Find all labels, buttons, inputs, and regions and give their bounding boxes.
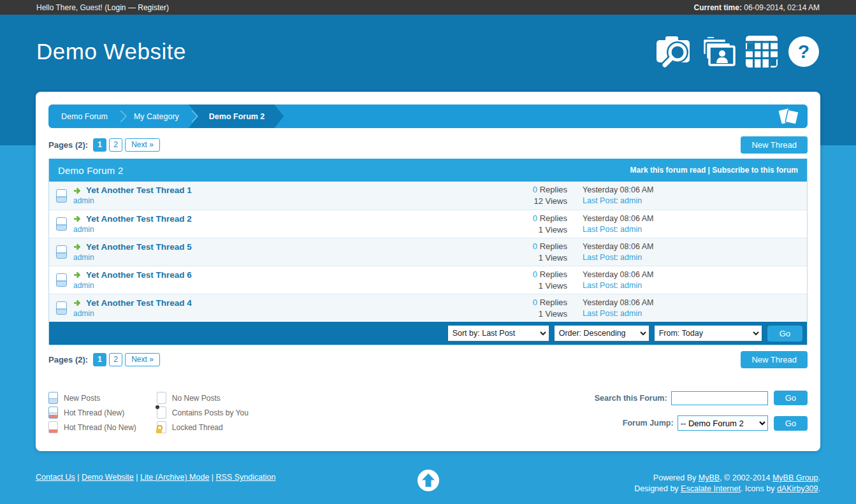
breadcrumb-current-forum[interactable]: Demo Forum 2 (189, 104, 284, 128)
lastpost-author-link[interactable]: admin (620, 309, 642, 318)
replies-label: Replies (537, 213, 567, 223)
thread-lastpost-cell: Yesterday 08:06 AM Last Post: admin (567, 213, 802, 235)
jump-go-button[interactable]: Go (774, 416, 808, 431)
lastpost-link[interactable]: Last Post (583, 225, 616, 234)
thread-author-link[interactable]: admin (73, 309, 94, 318)
replies-count[interactable]: 0 (533, 298, 537, 307)
thread-author-link[interactable]: admin (73, 253, 94, 262)
lastpost-author-link[interactable]: admin (620, 281, 642, 290)
hot-thread-new-icon (48, 407, 58, 419)
lite-mode-link[interactable]: Lite (Archive) Mode (140, 473, 209, 482)
rss-syndication-link[interactable]: RSS Syndication (216, 473, 276, 482)
page-2-button[interactable]: 2 (109, 138, 122, 152)
demo-website-link[interactable]: Demo Website (82, 473, 134, 482)
goto-first-unread-icon[interactable] (73, 271, 82, 278)
site-logo-link[interactable]: Demo Website (36, 39, 186, 64)
legend-item: Hot Thread (New) (48, 405, 136, 420)
footer-divider: | (134, 473, 140, 482)
lastpost-link[interactable]: Last Post (583, 196, 616, 205)
new-posts-icon (56, 301, 67, 315)
register-link[interactable]: Register (138, 3, 166, 12)
thread-title-link[interactable]: Yet Another Test Thread 2 (86, 214, 192, 224)
views-label: Views (543, 196, 567, 206)
contact-us-link[interactable]: Contact Us (36, 473, 75, 482)
thread-row: Yet Another Test Thread 6 admin 0 Replie… (49, 266, 807, 294)
calendar-icon[interactable] (746, 36, 778, 68)
sort-go-button[interactable]: Go (767, 326, 802, 342)
search-icon[interactable] (655, 36, 691, 68)
lastpost-author-link[interactable]: admin (620, 196, 642, 205)
mybb-link[interactable]: MyBB (699, 473, 720, 482)
next-page-button[interactable]: Next » (125, 353, 160, 366)
new-thread-button[interactable]: New Thread (741, 351, 808, 368)
lastpost-date: Yesterday 08:06 AM (583, 185, 802, 196)
memberlist-icon[interactable] (701, 36, 736, 68)
thread-title-link[interactable]: Yet Another Test Thread 6 (86, 270, 192, 280)
lastpost-link[interactable]: Last Post (583, 309, 616, 318)
replies-count[interactable]: 0 (533, 213, 537, 223)
goto-first-unread-icon[interactable] (73, 243, 82, 250)
goto-first-unread-icon[interactable] (73, 299, 82, 306)
subscribe-forum-link[interactable]: Subscribe to this forum (712, 166, 798, 175)
new-thread-button[interactable]: New Thread (741, 136, 808, 154)
order-select[interactable]: Order: Descending (555, 326, 649, 341)
page-1-button[interactable]: 1 (93, 353, 106, 366)
replies-count[interactable]: 0 (533, 241, 537, 251)
search-forum-label: Search this Forum: (595, 394, 667, 403)
thread-title-link[interactable]: Yet Another Test Thread 1 (86, 185, 192, 196)
locked-thread-icon (157, 421, 166, 433)
thread-lastpost-cell: Yesterday 08:06 AM Last Post: admin (567, 185, 802, 206)
greeting-suffix: ) (166, 3, 169, 12)
views-label: Views (543, 309, 567, 319)
thread-author-link[interactable]: admin (73, 196, 94, 205)
page-1-button[interactable]: 1 (93, 138, 106, 152)
search-go-button[interactable]: Go (774, 391, 808, 405)
legend-label: Hot Thread (New) (64, 408, 124, 417)
new-posts-icon (48, 392, 58, 404)
current-time-label: Current time: (694, 3, 742, 12)
welcome-text: Hello There, Guest! (Login — Register) (36, 3, 169, 12)
forum-header-links: Mark this forum read | Subscribe to this… (630, 166, 798, 175)
thread-author-link[interactable]: admin (73, 281, 94, 290)
thread-stats-cell: 0 Replies 1 Views (491, 297, 567, 320)
login-link[interactable]: Login (107, 3, 126, 12)
escalate-internet-link[interactable]: Escalate Internet (681, 484, 741, 493)
legend-label: New Posts (64, 394, 100, 403)
replies-label: Replies (537, 185, 567, 194)
replies-label: Replies (537, 241, 567, 251)
thread-subject-cell: Yet Another Test Thread 4 admin (73, 298, 491, 319)
goto-first-unread-icon[interactable] (73, 187, 82, 194)
views-label: Views (543, 281, 567, 291)
footer-divider: | (75, 473, 82, 482)
breadcrumb-my-category[interactable]: My Category (134, 112, 179, 121)
dakirby309-link[interactable]: dAKirby309 (777, 484, 818, 493)
thread-title-link[interactable]: Yet Another Test Thread 4 (86, 298, 192, 308)
thread-lastpost-cell: Yesterday 08:06 AM Last Post: admin (567, 270, 802, 291)
goto-first-unread-icon[interactable] (73, 215, 82, 222)
search-forum-input[interactable] (671, 391, 768, 405)
footer-divider: | (209, 473, 215, 482)
lastpost-author-link[interactable]: admin (620, 253, 642, 262)
from-select[interactable]: From: Today (655, 326, 762, 341)
mark-forum-read-link[interactable]: Mark this forum read (630, 166, 706, 175)
lastpost-author-link[interactable]: admin (620, 225, 642, 234)
help-icon[interactable]: ? (788, 36, 820, 68)
lastpost-link[interactable]: Last Post (583, 281, 616, 290)
views-count: 12 (533, 196, 542, 206)
thread-title-link[interactable]: Yet Another Test Thread 5 (86, 242, 192, 252)
up-arrow-icon[interactable] (417, 469, 440, 492)
sort-by-select[interactable]: Sort by: Last Post (448, 326, 549, 341)
lastpost-link[interactable]: Last Post (583, 253, 616, 262)
page-2-button[interactable]: 2 (109, 353, 122, 366)
mybb-group-link[interactable]: MyBB Group (773, 473, 818, 482)
breadcrumb-demo-forum[interactable]: Demo Forum (61, 112, 108, 121)
svg-text:?: ? (798, 41, 809, 62)
next-page-button[interactable]: Next » (125, 138, 160, 152)
thread-list-table: Demo Forum 2 Mark this forum read | Subs… (48, 159, 808, 345)
thread-status-cell (49, 245, 73, 259)
replies-count[interactable]: 0 (533, 185, 537, 194)
forum-jump-select[interactable]: -- Demo Forum 2 (678, 415, 768, 431)
thread-author-link[interactable]: admin (73, 225, 94, 234)
replies-count[interactable]: 0 (533, 270, 537, 279)
top-bar: Hello There, Guest! (Login — Register) C… (0, 0, 856, 15)
